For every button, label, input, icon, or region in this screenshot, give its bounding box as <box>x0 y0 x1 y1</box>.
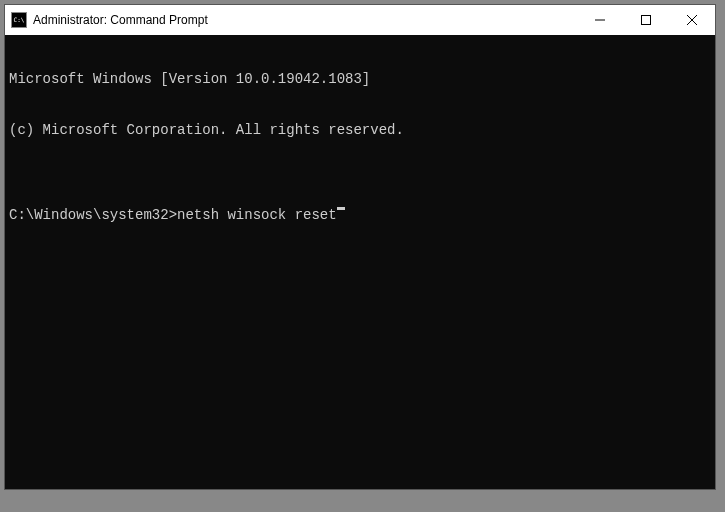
terminal-command: netsh winsock reset <box>177 207 337 224</box>
terminal-output-line: Microsoft Windows [Version 10.0.19042.10… <box>9 71 711 88</box>
titlebar[interactable]: C:\ Administrator: Command Prompt <box>5 5 715 35</box>
cmd-icon-glyph: C:\ <box>14 17 25 23</box>
terminal-body[interactable]: Microsoft Windows [Version 10.0.19042.10… <box>5 35 715 489</box>
maximize-button[interactable] <box>623 5 669 35</box>
window-controls <box>577 5 715 35</box>
terminal-output-line: (c) Microsoft Corporation. All rights re… <box>9 122 711 139</box>
svg-rect-1 <box>642 16 651 25</box>
terminal-cursor <box>337 207 345 210</box>
close-button[interactable] <box>669 5 715 35</box>
terminal-prompt: C:\Windows\system32> <box>9 207 177 224</box>
close-icon <box>687 15 697 25</box>
cmd-icon: C:\ <box>11 12 27 28</box>
window-title: Administrator: Command Prompt <box>33 13 577 27</box>
minimize-icon <box>595 15 605 25</box>
terminal-prompt-line: C:\Windows\system32>netsh winsock reset <box>9 207 711 224</box>
minimize-button[interactable] <box>577 5 623 35</box>
maximize-icon <box>641 15 651 25</box>
command-prompt-window: C:\ Administrator: Command Prompt Micros… <box>4 4 716 490</box>
